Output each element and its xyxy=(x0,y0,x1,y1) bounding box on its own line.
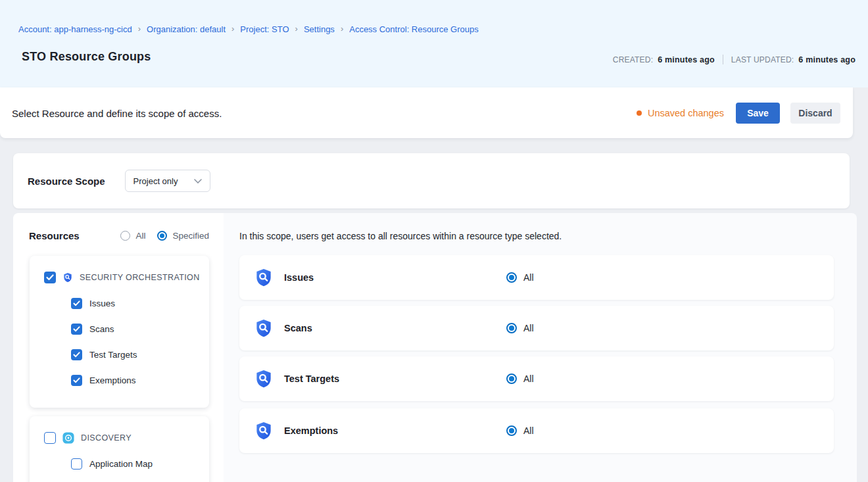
chevron-right-icon: › xyxy=(231,24,234,33)
shield-search-icon xyxy=(254,318,274,338)
access-radio-group-issues[interactable]: All xyxy=(506,272,534,283)
checkbox-row-test-targets[interactable]: Test Targets xyxy=(71,349,209,360)
shield-search-icon xyxy=(254,268,274,287)
resource-card-title: Issues xyxy=(284,272,314,283)
resource-group-discovery: DISCOVERY Application Map xyxy=(30,416,209,482)
meta-divider xyxy=(723,55,723,64)
resource-card-scans: Scans All xyxy=(239,306,834,350)
last-updated-value: 6 minutes ago xyxy=(798,55,856,64)
resources-mode-radios: All Specified xyxy=(120,231,209,241)
resource-selection-area: Resources All Specified xyxy=(13,213,857,482)
radio-all-label: All xyxy=(135,231,145,241)
chevron-down-icon xyxy=(194,179,202,183)
checkbox-security-orchestration-checked[interactable] xyxy=(44,272,56,283)
radio-selected-icon[interactable] xyxy=(506,272,517,283)
breadcrumb-item-settings[interactable]: Settings xyxy=(304,24,335,34)
resource-card-title: Exemptions xyxy=(284,425,338,436)
toolbar-description: Select Resource and define its scope of … xyxy=(12,107,222,118)
checkbox-row-issues[interactable]: Issues xyxy=(71,298,209,309)
breadcrumb-item-account[interactable]: Account: app-harness-ng-cicd xyxy=(18,24,132,34)
access-all-label: All xyxy=(523,425,534,436)
created-value: 6 minutes ago xyxy=(658,55,715,64)
resource-card-issues: Issues All xyxy=(239,255,834,300)
resource-group-security-orchestration: SECURITY ORCHESTRATION Issues Scans Test… xyxy=(30,256,209,408)
resource-card-title: Scans xyxy=(284,323,312,333)
chevron-right-icon: › xyxy=(295,24,298,33)
group-label-discovery: DISCOVERY xyxy=(81,433,132,443)
radio-all[interactable]: All xyxy=(120,231,145,241)
access-all-label: All xyxy=(523,374,534,384)
checkbox-exemptions-checked[interactable] xyxy=(71,375,82,386)
save-button[interactable]: Save xyxy=(736,103,780,124)
checkbox-test-targets-checked[interactable] xyxy=(71,349,82,360)
checkbox-label-issues: Issues xyxy=(89,299,115,308)
page-title: STO Resource Groups xyxy=(22,50,151,64)
checkbox-label-test-targets: Test Targets xyxy=(89,350,137,360)
discard-button[interactable]: Discard xyxy=(790,103,840,124)
radio-unselected-icon[interactable] xyxy=(120,231,130,241)
checkbox-row-application-map[interactable]: Application Map xyxy=(71,458,209,470)
checkbox-row-exemptions[interactable]: Exemptions xyxy=(71,375,209,386)
group-row-security-orchestration[interactable]: SECURITY ORCHESTRATION xyxy=(30,256,209,283)
action-toolbar: Select Resource and define its scope of … xyxy=(0,87,853,138)
page-header: Account: app-harness-ng-cicd › Organizat… xyxy=(0,0,868,87)
toolbar-actions: Unsaved changes Save Discard xyxy=(637,103,840,124)
checkbox-issues-checked[interactable] xyxy=(71,298,82,309)
chevron-right-icon: › xyxy=(341,24,343,33)
access-all-label: All xyxy=(523,272,534,283)
created-label: CREATED: xyxy=(613,55,653,64)
radio-selected-icon[interactable] xyxy=(506,374,517,384)
breadcrumb: Account: app-harness-ng-cicd › Organizat… xyxy=(18,24,479,34)
checkbox-discovery-unchecked[interactable] xyxy=(44,432,56,444)
access-radio-group-exemptions[interactable]: All xyxy=(506,425,534,436)
checkbox-row-scans[interactable]: Scans xyxy=(71,324,209,335)
radio-selected-icon[interactable] xyxy=(506,323,517,333)
resources-sidebar: Resources All Specified xyxy=(13,213,224,482)
access-radio-group-scans[interactable]: All xyxy=(506,323,534,333)
checkbox-application-map-unchecked[interactable] xyxy=(71,458,82,470)
checkbox-scans-checked[interactable] xyxy=(71,324,82,335)
radio-specified[interactable]: Specified xyxy=(157,231,209,241)
breadcrumb-item-access-control[interactable]: Access Control: Resource Groups xyxy=(349,24,479,34)
resource-card-test-targets: Test Targets All xyxy=(239,356,834,401)
shield-search-icon xyxy=(62,272,73,283)
scope-select-dropdown[interactable]: Project only xyxy=(125,170,210,192)
breadcrumb-item-project[interactable]: Project: STO xyxy=(240,24,289,34)
group-label-security-orchestration: SECURITY ORCHESTRATION xyxy=(80,273,200,282)
resource-card-exemptions: Exemptions All xyxy=(239,408,834,453)
checkbox-label-exemptions: Exemptions xyxy=(89,375,136,385)
last-updated-label: LAST UPDATED: xyxy=(731,55,794,64)
checkbox-label-application-map: Application Map xyxy=(89,459,153,469)
scope-description: In this scope, users get access to all r… xyxy=(239,231,562,241)
unsaved-changes-dot-icon xyxy=(637,110,642,116)
chevron-right-icon: › xyxy=(138,24,141,33)
shield-search-icon xyxy=(254,421,274,441)
resource-card-title: Test Targets xyxy=(284,374,339,384)
resource-scope-label: Resource Scope xyxy=(28,176,105,187)
radio-specified-label: Specified xyxy=(172,231,209,241)
timestamps: CREATED: 6 minutes ago LAST UPDATED: 6 m… xyxy=(613,55,856,64)
breadcrumb-item-organization[interactable]: Organization: default xyxy=(147,24,226,34)
unsaved-changes-text: Unsaved changes xyxy=(648,108,724,118)
radar-target-icon xyxy=(62,432,74,444)
group-row-discovery[interactable]: DISCOVERY xyxy=(30,416,209,444)
radio-selected-icon[interactable] xyxy=(157,231,167,241)
radio-selected-icon[interactable] xyxy=(506,425,517,436)
scope-selected-value: Project only xyxy=(133,176,178,186)
resource-scope-card: Resource Scope Project only xyxy=(13,153,850,208)
access-radio-group-test-targets[interactable]: All xyxy=(506,374,534,384)
resources-sidebar-header: Resources All Specified xyxy=(29,230,209,241)
shield-search-icon xyxy=(254,369,274,389)
access-all-label: All xyxy=(523,323,534,333)
resources-title: Resources xyxy=(29,230,80,241)
checkbox-label-scans: Scans xyxy=(89,324,114,334)
